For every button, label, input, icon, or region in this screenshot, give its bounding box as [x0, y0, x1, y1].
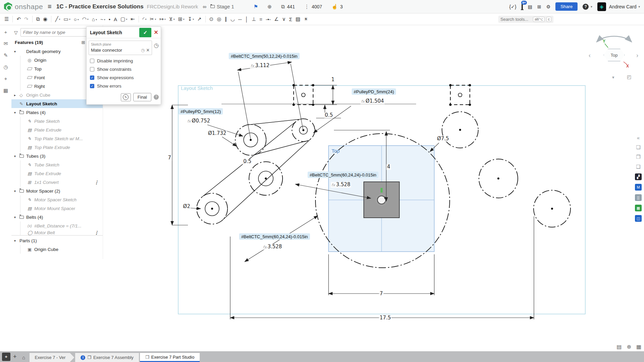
cancel-button[interactable]: ✕: [151, 28, 161, 37]
comment-icon[interactable]: ✉: [4, 41, 8, 47]
new-tab-button[interactable]: +: [13, 353, 17, 360]
dock-props-icon[interactable]: ❑: [636, 164, 640, 170]
app-gray-icon[interactable]: ▒: [635, 194, 642, 201]
dimension-75[interactable]: Ø7.5: [436, 136, 450, 142]
dock-collapse-icon[interactable]: «: [637, 135, 640, 141]
perpendicular-constraint-icon[interactable]: ⊥: [250, 15, 257, 23]
view-mode-cube-icon[interactable]: ◰: [627, 74, 631, 79]
public-icon[interactable]: ⊕: [267, 4, 272, 10]
redo-icon[interactable]: ↷: [23, 15, 30, 23]
dock-views-icon[interactable]: ❐: [636, 154, 640, 160]
confirm-button[interactable]: ✓: [139, 28, 151, 37]
text-tool-icon[interactable]: A: [112, 15, 118, 23]
user-caret-icon[interactable]: ▾: [638, 5, 640, 8]
tree-caret-icon[interactable]: ▾: [14, 189, 19, 193]
tab-version[interactable]: Exercise 7 - Ver: [30, 353, 75, 362]
feature-row[interactable]: ▤Top Plate Extrude: [11, 143, 103, 152]
expression-label-pulley24[interactable]: #PulleyPD_5mm(24): [352, 89, 396, 95]
app-green-icon[interactable]: ▦: [635, 205, 642, 211]
dimension-2[interactable]: Ø2: [182, 204, 191, 209]
trim-tool-icon[interactable]: ✂▾: [149, 15, 158, 23]
final-button[interactable]: Final: [133, 93, 151, 101]
rotate-left-icon[interactable]: ‹: [589, 52, 591, 58]
app-dark-icon[interactable]: ▞: [635, 173, 642, 180]
dimension-4[interactable]: 4: [386, 164, 391, 170]
slot-tool-icon[interactable]: ▢▾: [119, 15, 129, 23]
dimension-3528-a[interactable]: fx3.528: [331, 182, 351, 188]
new-folder-icon[interactable]: ⊞: [81, 40, 85, 45]
search-tools-input[interactable]: [500, 17, 531, 22]
table-icon[interactable]: ▦: [3, 88, 8, 94]
import-tool-icon[interactable]: ↧▾: [186, 15, 195, 23]
dimension-175[interactable]: 17.5: [379, 315, 391, 321]
draft-toggle-button[interactable]: ✎: [121, 93, 131, 101]
pattern-constraint-icon[interactable]: Σ: [288, 15, 293, 23]
feature-row[interactable]: ✎Top Plate Sketch w/ M...: [11, 134, 103, 143]
feature-row[interactable]: ▤Plate Extrude: [11, 125, 103, 134]
parallel-constraint-icon[interactable]: ∥: [223, 15, 229, 23]
rotate-right-icon[interactable]: ›: [636, 52, 638, 58]
projection-icon[interactable]: ▦: [636, 344, 641, 350]
tasks-icon[interactable]: {✓}: [509, 4, 516, 9]
home-button[interactable]: ⌂: [19, 353, 28, 362]
ai-assistant-icon[interactable]: ⚙: [546, 4, 551, 9]
feature-row[interactable]: ▾Motor Spacer (2): [11, 187, 103, 195]
feature-row[interactable]: ▾Plates (4): [11, 108, 103, 117]
dialog-help-icon[interactable]: ?: [154, 95, 159, 100]
arc-tool-icon[interactable]: ◠▾: [81, 15, 90, 23]
tree-caret-icon[interactable]: ▾: [14, 154, 19, 158]
activity-icon[interactable]: ⋮: [304, 4, 309, 10]
feature-row[interactable]: ✎Plate Sketch: [11, 117, 103, 125]
breadcrumb-folder[interactable]: Stage 1: [217, 4, 234, 9]
dimension-1732[interactable]: Ø1.732: [207, 131, 227, 136]
learning-center-icon[interactable]: ⚑: [254, 4, 258, 10]
midpoint-constraint-icon[interactable]: -•-: [264, 15, 272, 23]
copies-icon[interactable]: ⧉: [281, 4, 285, 10]
checkbox-icon[interactable]: [90, 59, 94, 63]
dimension-7-left[interactable]: 7: [167, 155, 172, 161]
fix-constraint-icon[interactable]: ☀: [302, 15, 309, 23]
feature-row[interactable]: (x)#Belt_Distance = (7/1...: [11, 221, 103, 230]
app-mk-icon[interactable]: M: [635, 184, 642, 191]
expression-label-beltctc60-a[interactable]: #BeltCTC_5mm(60,24,24)-0.015in: [308, 172, 379, 178]
feature-row[interactable]: ◯Motor Belt⋮: [11, 230, 103, 235]
fillet-tool-icon[interactable]: ◜▾: [141, 15, 148, 23]
document-title[interactable]: 1C - Practice Exercise Solutions: [56, 3, 144, 10]
feature-row[interactable]: ▾Belts (4): [11, 213, 103, 221]
likes-icon[interactable]: ☝: [332, 4, 338, 10]
dimension-7-bottom[interactable]: 7: [379, 291, 384, 297]
copy-icon[interactable]: ⧉: [35, 15, 41, 23]
feature-row[interactable]: ⊞1x1 Convert⋮: [11, 178, 103, 187]
print-icon[interactable]: ▤: [616, 344, 622, 350]
stamp-icon[interactable]: ◉: [42, 15, 49, 23]
sketch-plane-field[interactable]: Sketch plane Mate connector ◷ ✕: [89, 41, 152, 55]
offset-tool-icon[interactable]: ⇤: [129, 15, 136, 23]
app-store-icon[interactable]: ⊞: [537, 4, 541, 9]
spline-tool-icon[interactable]: ~▾: [99, 15, 107, 23]
tree-caret-icon[interactable]: ▾: [14, 239, 19, 243]
dimension-05-b[interactable]: 0.5: [243, 159, 252, 164]
checkbox-show-errors[interactable]: ✓Show errors: [90, 84, 157, 89]
normal-constraint-icon[interactable]: ∠: [273, 15, 280, 23]
onshape-logo-icon[interactable]: [4, 2, 12, 11]
tree-caret-icon[interactable]: ▸: [14, 93, 19, 97]
filter-icon[interactable]: ▽: [14, 30, 18, 35]
concentric-constraint-icon[interactable]: ◎: [215, 15, 222, 23]
feature-row[interactable]: ✎Motor Spacer Sketch: [11, 195, 103, 204]
dimension-0752[interactable]: fxØ0.752: [187, 118, 211, 124]
dimension-1504[interactable]: fxØ1.504: [360, 98, 385, 104]
transform-tool-icon[interactable]: ↗: [196, 15, 203, 23]
notes-icon[interactable]: ✎: [4, 52, 8, 58]
parts-header-row[interactable]: ▾Parts (1): [11, 236, 103, 245]
pulley-block-right[interactable]: [449, 84, 471, 106]
horizontal-constraint-icon[interactable]: ─: [237, 15, 243, 23]
history-icon[interactable]: ◷: [3, 64, 8, 70]
tree-caret-icon[interactable]: ▾: [14, 50, 19, 53]
checkbox-show-expressions[interactable]: ✓Show expressions: [90, 75, 157, 80]
tree-caret-icon[interactable]: ▾: [14, 111, 19, 114]
menu-icon[interactable]: ≡: [48, 3, 52, 10]
web-icon[interactable]: ⊕: [627, 344, 631, 350]
selection-history-icon[interactable]: ◷: [154, 42, 159, 49]
add-icon[interactable]: +: [4, 29, 7, 35]
link-icon[interactable]: ∞: [203, 4, 206, 9]
